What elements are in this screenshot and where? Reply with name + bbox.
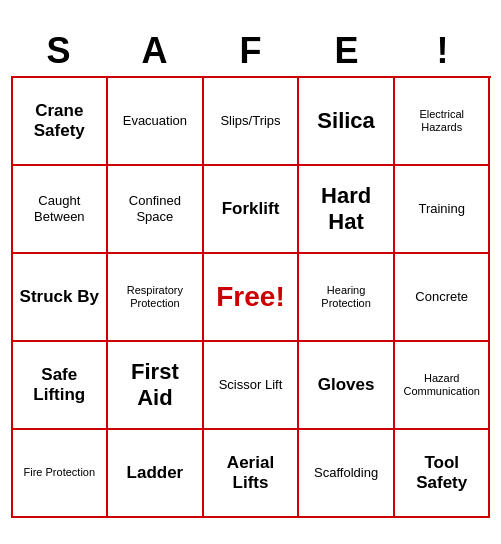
cell-text-10: Struck By: [20, 287, 99, 307]
cell-text-7: Forklift: [222, 199, 280, 219]
bingo-cell-18: Gloves: [299, 342, 395, 430]
cell-text-12: Free!: [216, 280, 284, 314]
cell-text-23: Scaffolding: [314, 465, 378, 481]
bingo-cell-22: Aerial Lifts: [204, 430, 300, 518]
cell-text-5: Caught Between: [17, 193, 103, 224]
bingo-cell-7: Forklift: [204, 166, 300, 254]
bingo-header: SAFE!: [11, 26, 491, 76]
bingo-cell-8: Hard Hat: [299, 166, 395, 254]
cell-text-0: Crane Safety: [17, 101, 103, 142]
bingo-cell-5: Caught Between: [13, 166, 109, 254]
bingo-cell-19: Hazard Communication: [395, 342, 491, 430]
bingo-cell-14: Concrete: [395, 254, 491, 342]
bingo-cell-15: Safe Lifting: [13, 342, 109, 430]
bingo-cell-4: Electrical Hazards: [395, 78, 491, 166]
bingo-cell-23: Scaffolding: [299, 430, 395, 518]
cell-text-17: Scissor Lift: [219, 377, 283, 393]
header-letter-E: E: [299, 26, 395, 76]
bingo-cell-0: Crane Safety: [13, 78, 109, 166]
cell-text-2: Slips/Trips: [220, 113, 280, 129]
cell-text-9: Training: [418, 201, 464, 217]
cell-text-20: Fire Protection: [24, 466, 96, 479]
bingo-cell-24: Tool Safety: [395, 430, 491, 518]
cell-text-16: First Aid: [112, 359, 198, 412]
cell-text-4: Electrical Hazards: [399, 108, 485, 134]
cell-text-3: Silica: [317, 108, 374, 134]
bingo-cell-9: Training: [395, 166, 491, 254]
cell-text-13: Hearing Protection: [303, 284, 389, 310]
cell-text-8: Hard Hat: [303, 183, 389, 236]
bingo-cell-6: Confined Space: [108, 166, 204, 254]
bingo-cell-20: Fire Protection: [13, 430, 109, 518]
cell-text-18: Gloves: [318, 375, 375, 395]
bingo-card: SAFE! Crane SafetyEvacuationSlips/TripsS…: [11, 26, 491, 518]
cell-text-15: Safe Lifting: [17, 365, 103, 406]
bingo-cell-3: Silica: [299, 78, 395, 166]
cell-text-21: Ladder: [127, 463, 184, 483]
bingo-cell-10: Struck By: [13, 254, 109, 342]
header-letter-!: !: [395, 26, 491, 76]
cell-text-24: Tool Safety: [399, 453, 485, 494]
bingo-cell-17: Scissor Lift: [204, 342, 300, 430]
cell-text-1: Evacuation: [123, 113, 187, 129]
bingo-cell-11: Respiratory Protection: [108, 254, 204, 342]
header-letter-A: A: [107, 26, 203, 76]
cell-text-19: Hazard Communication: [399, 372, 485, 398]
bingo-cell-2: Slips/Trips: [204, 78, 300, 166]
bingo-cell-21: Ladder: [108, 430, 204, 518]
cell-text-22: Aerial Lifts: [208, 453, 294, 494]
bingo-cell-1: Evacuation: [108, 78, 204, 166]
bingo-cell-16: First Aid: [108, 342, 204, 430]
bingo-cell-13: Hearing Protection: [299, 254, 395, 342]
cell-text-11: Respiratory Protection: [112, 284, 198, 310]
cell-text-6: Confined Space: [112, 193, 198, 224]
bingo-grid: Crane SafetyEvacuationSlips/TripsSilicaE…: [11, 76, 491, 518]
header-letter-S: S: [11, 26, 107, 76]
header-letter-F: F: [203, 26, 299, 76]
bingo-cell-12: Free!: [204, 254, 300, 342]
cell-text-14: Concrete: [415, 289, 468, 305]
